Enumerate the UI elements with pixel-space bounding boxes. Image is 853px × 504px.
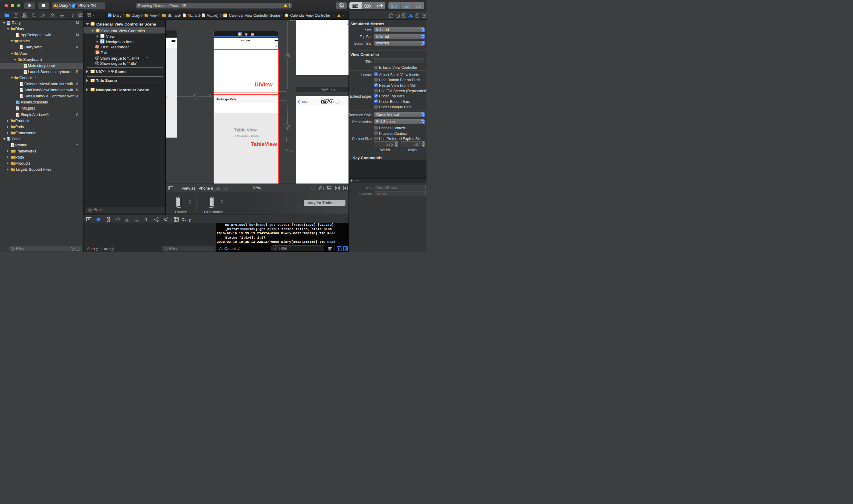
svg-text:i: i [112,247,113,250]
svg-text:?: ? [397,14,399,17]
